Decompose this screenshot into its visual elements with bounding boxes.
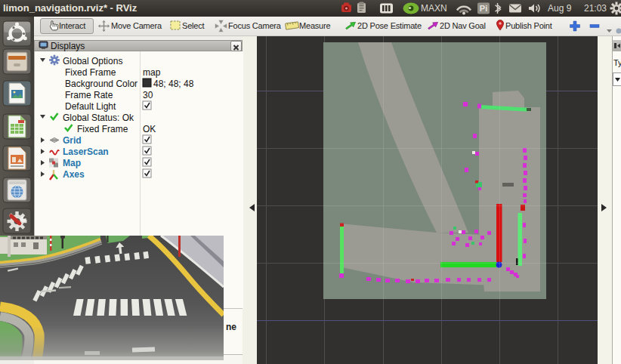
svg-text:Pi: Pi <box>480 4 487 13</box>
